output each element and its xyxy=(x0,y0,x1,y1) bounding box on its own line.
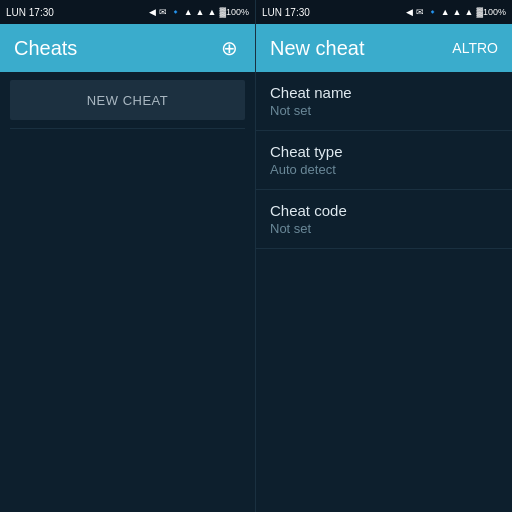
detail-content: Cheat name Not set Cheat type Auto detec… xyxy=(256,72,512,512)
r-location-icon: 🔹 xyxy=(427,7,438,17)
r-battery-icon: ▓100% xyxy=(476,7,506,17)
add-cheat-icon[interactable]: ⊕ xyxy=(217,36,241,60)
new-cheat-button[interactable]: NEW CHEAT xyxy=(10,80,245,120)
r-signal-icon-2: ▲ xyxy=(453,7,462,17)
left-content-area: NEW CHEAT xyxy=(0,72,255,512)
detail-app-title: New cheat xyxy=(270,37,365,60)
signal-icon-1: ▲ xyxy=(184,7,193,17)
right-status-bar: LUN 17:30 ◀ ✉ 🔹 ▲ ▲ ▲ ▓100% xyxy=(256,0,512,24)
cheat-code-value: Not set xyxy=(270,221,498,236)
r-signal-icon-1: ▲ xyxy=(441,7,450,17)
battery-icon: ▓100% xyxy=(219,7,249,17)
left-status-bar: LUN 17:30 ◀ ✉ 🔹 ▲ ▲ ▲ ▓100% xyxy=(0,0,255,24)
message-icon: ✉ xyxy=(159,7,167,17)
cheat-name-item[interactable]: Cheat name Not set xyxy=(256,72,512,131)
sound-icon: ◀ xyxy=(149,7,156,17)
signal-icon-3: ▲ xyxy=(207,7,216,17)
divider xyxy=(10,128,245,129)
cheat-type-value: Auto detect xyxy=(270,162,498,177)
location-icon: 🔹 xyxy=(170,7,181,17)
cheat-code-label: Cheat code xyxy=(270,202,498,219)
r-signal-icon-3: ▲ xyxy=(464,7,473,17)
cheat-type-label: Cheat type xyxy=(270,143,498,160)
detail-app-bar: New cheat ALTRO xyxy=(256,24,512,72)
cheat-name-value: Not set xyxy=(270,103,498,118)
left-phone-panel: LUN 17:30 ◀ ✉ 🔹 ▲ ▲ ▲ ▓100% Cheats ⊕ NEW… xyxy=(0,0,256,512)
r-message-icon: ✉ xyxy=(416,7,424,17)
right-status-icons: ◀ ✉ 🔹 ▲ ▲ ▲ ▓100% xyxy=(406,7,506,17)
right-status-time: LUN 17:30 xyxy=(262,7,310,18)
left-app-title: Cheats xyxy=(14,37,77,60)
altro-action[interactable]: ALTRO xyxy=(452,40,498,56)
left-app-bar: Cheats ⊕ xyxy=(0,24,255,72)
right-phone-panel: LUN 17:30 ◀ ✉ 🔹 ▲ ▲ ▲ ▓100% New cheat AL… xyxy=(256,0,512,512)
r-sound-icon: ◀ xyxy=(406,7,413,17)
signal-icon-2: ▲ xyxy=(196,7,205,17)
left-status-time: LUN 17:30 xyxy=(6,7,54,18)
cheat-code-item[interactable]: Cheat code Not set xyxy=(256,190,512,249)
cheat-name-label: Cheat name xyxy=(270,84,498,101)
left-status-icons: ◀ ✉ 🔹 ▲ ▲ ▲ ▓100% xyxy=(149,7,249,17)
cheat-type-item[interactable]: Cheat type Auto detect xyxy=(256,131,512,190)
